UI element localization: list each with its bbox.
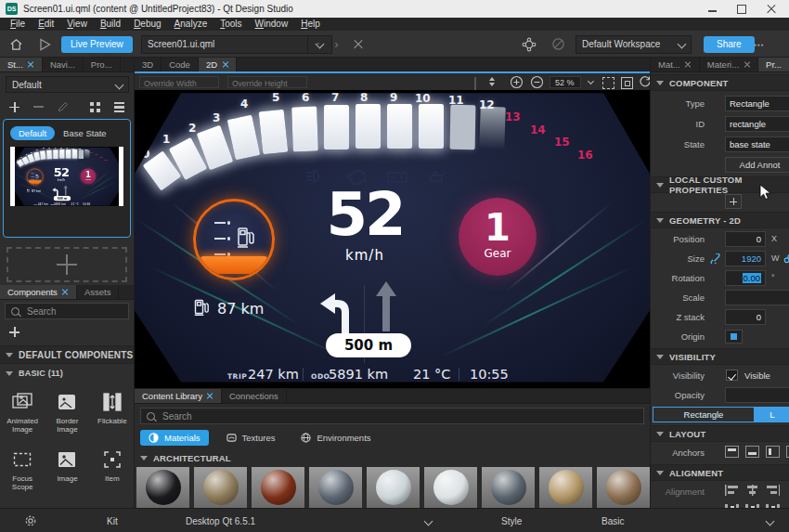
section-basic[interactable]: BASIC (11) [0, 366, 135, 381]
material-tile[interactable] [194, 467, 247, 508]
close-icon[interactable] [28, 61, 34, 68]
fit-to-screen-icon[interactable] [602, 77, 614, 89]
tab-3d[interactable]: 3D [135, 58, 162, 71]
context-tab-layout[interactable]: L [755, 407, 789, 422]
origin-button[interactable] [725, 330, 743, 344]
menu-tools[interactable]: Tools [213, 18, 248, 31]
close-document-icon[interactable] [354, 40, 363, 49]
component-image[interactable]: Image [45, 442, 89, 500]
section-architectural[interactable]: ARCHITECTURAL [135, 450, 650, 465]
components-search[interactable] [5, 303, 129, 319]
zoom-out-icon[interactable] [530, 75, 544, 91]
content-library-search-input[interactable] [161, 410, 638, 422]
tab-material-browser[interactable]: Materi... [700, 58, 758, 71]
components-search-input[interactable] [25, 305, 123, 318]
content-library-search[interactable] [140, 408, 644, 424]
menu-analyze[interactable]: Analyze [168, 18, 214, 31]
rotation-field[interactable]: 0.00 [725, 270, 766, 286]
style-selector[interactable]: Basic [601, 509, 773, 532]
align-left-icon[interactable] [725, 485, 739, 496]
state-field[interactable]: base state [725, 136, 789, 152]
tab-components[interactable]: Components [0, 285, 77, 299]
live-preview-button[interactable]: Live Preview [61, 36, 133, 53]
close-icon[interactable] [767, 5, 776, 14]
zoom-level-chevron[interactable] [588, 78, 594, 84]
scale-field[interactable] [725, 290, 789, 305]
material-tile[interactable] [424, 467, 477, 508]
section-geometry-2d[interactable]: GEOMETRY - 2D [651, 212, 789, 228]
state-name-badge[interactable]: Default [10, 126, 55, 140]
edit-state-icon[interactable] [58, 101, 69, 112]
link-icon[interactable] [783, 253, 789, 266]
id-field[interactable]: rectangle [725, 116, 789, 132]
2d-canvas[interactable]: 0 1 2 3 4 5 6 7 8 9 10 11 12 13 14 15 16 [135, 90, 650, 388]
zoom-in-icon[interactable] [510, 75, 524, 91]
background-color-icon[interactable] [474, 78, 476, 89]
reset-view-icon[interactable] [639, 75, 650, 90]
component-text[interactable]: T Text [90, 500, 135, 508]
component-rectangle[interactable]: Rectangle [45, 500, 89, 508]
tab-connections[interactable]: Connections [222, 389, 287, 403]
run-icon[interactable] [39, 31, 51, 58]
tab-states[interactable]: St... [0, 58, 43, 71]
material-tile[interactable] [252, 467, 304, 508]
maximize-icon[interactable] [737, 5, 746, 14]
close-icon[interactable] [62, 289, 69, 295]
list-view-icon[interactable] [114, 102, 124, 112]
menu-edit[interactable]: Edit [32, 18, 60, 31]
material-tile[interactable] [539, 467, 592, 508]
menu-file[interactable]: File [4, 18, 32, 31]
filter-environments[interactable]: Environments [292, 430, 379, 446]
material-tile[interactable] [482, 467, 535, 508]
background-stepper[interactable] [489, 77, 495, 86]
add-annotation-button[interactable]: Add Annot [725, 157, 789, 173]
link-icon[interactable] [710, 253, 720, 266]
section-default-components[interactable]: DEFAULT COMPONENTS [0, 345, 135, 364]
context-tab-rectangle[interactable]: Rectangle [653, 407, 755, 422]
visible-checkbox[interactable] [726, 370, 738, 381]
z-stack-field[interactable]: 0 [725, 309, 766, 325]
component-item[interactable]: Item [90, 442, 135, 500]
kit-selector[interactable]: Desktop Qt 6.5.1 [186, 509, 432, 532]
tab-material-editor[interactable]: Mat... [651, 58, 700, 71]
minimize-icon[interactable] [708, 10, 717, 12]
more-options-icon[interactable]: ⋯ [754, 39, 765, 50]
anchor-left-icon[interactable] [766, 446, 780, 458]
forward-icon[interactable]: › [334, 37, 338, 51]
tab-navigator[interactable]: Navi... [43, 58, 84, 71]
filter-materials[interactable]: Materials [140, 430, 209, 446]
add-property-button[interactable] [725, 194, 742, 209]
component-focus-scope[interactable]: Focus Scope [0, 442, 45, 500]
align-right-icon[interactable] [766, 485, 780, 496]
component-animated-image[interactable]: Animated Image [0, 384, 45, 442]
material-tile[interactable] [597, 467, 650, 508]
align-center-icon[interactable] [745, 485, 759, 496]
add-module-icon[interactable] [9, 327, 19, 337]
opacity-field[interactable] [725, 387, 789, 403]
position-x-field[interactable]: 0 [725, 231, 766, 247]
anchor-bottom-icon[interactable] [745, 446, 759, 458]
close-icon[interactable] [222, 61, 228, 68]
component-border-image[interactable]: Border Image [45, 384, 89, 442]
material-tile[interactable] [136, 467, 189, 508]
tab-properties[interactable]: Pr... [758, 58, 789, 71]
close-icon[interactable] [744, 61, 750, 68]
tab-code[interactable]: Code [162, 58, 199, 71]
component-flickable[interactable]: Flickable [90, 384, 135, 442]
component-mouse-area[interactable]: Mouse Area [0, 500, 45, 508]
share-button[interactable]: Share [704, 36, 755, 53]
zoom-level-field[interactable]: 52 % [550, 76, 581, 88]
add-state-icon[interactable] [9, 102, 19, 112]
override-width-field[interactable] [139, 76, 219, 88]
size-w-field[interactable]: 1920 [725, 251, 766, 266]
back-icon[interactable]: ‹ [316, 37, 319, 51]
anchor-top-icon[interactable] [725, 446, 739, 458]
menu-help[interactable]: Help [294, 18, 327, 31]
menu-window[interactable]: Window [249, 18, 295, 31]
section-component[interactable]: COMPONENT [651, 74, 789, 91]
override-height-field[interactable] [227, 76, 307, 88]
state-group-selector[interactable]: Default [6, 76, 129, 93]
material-tile[interactable] [367, 467, 420, 508]
menu-build[interactable]: Build [94, 18, 127, 31]
zoom-selection-icon[interactable] [621, 77, 633, 89]
